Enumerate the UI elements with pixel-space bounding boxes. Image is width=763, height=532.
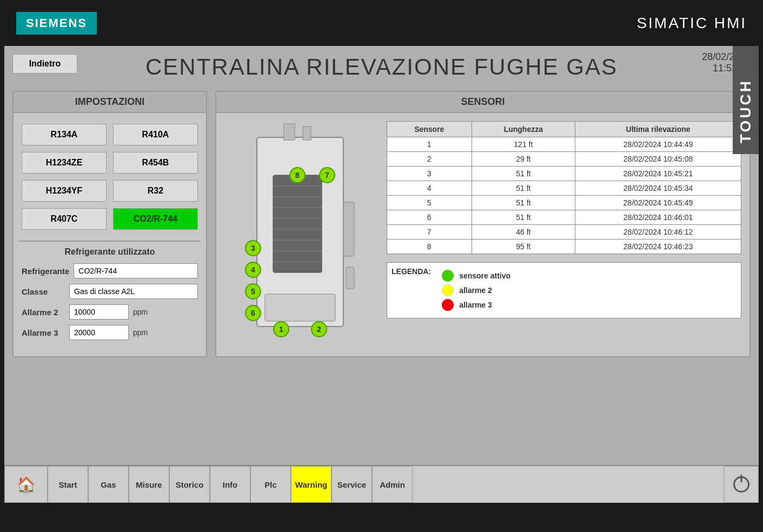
nav-start[interactable]: Start xyxy=(48,466,88,503)
nav-gas[interactable]: Gas xyxy=(88,466,129,503)
legenda-row-green: sensore attivo xyxy=(442,270,510,282)
gas-btn-r32[interactable]: R32 xyxy=(113,180,198,202)
allarme3-input[interactable] xyxy=(69,325,129,340)
refrigerante-input[interactable] xyxy=(74,263,198,278)
allarme3-label: Allarme 3 xyxy=(22,328,65,337)
sensor-id: 1 xyxy=(387,137,472,152)
hmi-title: SIMATIC HMI xyxy=(636,15,747,32)
sensor-dot-3[interactable]: 3 xyxy=(245,240,261,256)
sensor-id: 8 xyxy=(387,240,472,254)
gas-btn-co2r744[interactable]: CO2/R-744 xyxy=(113,208,198,230)
legenda-dot-green xyxy=(442,270,454,282)
sensor-length: 51 ft xyxy=(472,167,575,181)
legenda-title: LEGENDA: xyxy=(392,267,431,276)
sensor-id: 5 xyxy=(387,196,472,210)
sensor-time: 28/02/2024 10:45:49 xyxy=(575,196,741,210)
classe-row: Classe xyxy=(22,284,198,299)
gas-buttons-grid: R134A R410A H1234ZE R454B H1234YF R32 R4… xyxy=(14,113,206,241)
sensor-dot-4[interactable]: 4 xyxy=(245,262,261,278)
gas-btn-h1234yf[interactable]: H1234YF xyxy=(22,180,107,202)
classe-label: Classe xyxy=(22,287,65,296)
top-header: SIEMENS SIMATIC HMI xyxy=(0,0,763,46)
sensor-dot-8[interactable]: 8 xyxy=(289,167,306,183)
sensor-id: 7 xyxy=(387,225,472,240)
sensor-table-area: Sensore Lunghezza Ultima rilevazione 1 1… xyxy=(387,121,741,348)
power-icon xyxy=(733,476,749,493)
classe-input[interactable] xyxy=(69,284,198,299)
page-title: CENTRALINA RILEVAZIONE FUGHE GAS xyxy=(88,54,675,80)
col-lunghezza: Lunghezza xyxy=(472,122,575,137)
allarme2-label: Allarme 2 xyxy=(22,308,65,317)
table-row: 4 51 ft 28/02/2024 10:45:34 xyxy=(387,181,741,196)
sensor-time: 28/02/2024 10:46:01 xyxy=(575,210,741,225)
nav-power[interactable] xyxy=(724,466,759,503)
svg-rect-13 xyxy=(343,202,354,256)
page-title-area: Indietro CENTRALINA RILEVAZIONE FUGHE GA… xyxy=(12,51,751,80)
sensor-tbody: 1 121 ft 28/02/2024 10:44:49 2 29 ft 28/… xyxy=(387,137,741,254)
sensor-dot-2[interactable]: 2 xyxy=(311,321,327,337)
sensor-id: 2 xyxy=(387,152,472,167)
main-area: TOUCH Indietro CENTRALINA RILEVAZIONE FU… xyxy=(4,46,759,503)
col-ultima-rilevazione: Ultima rilevazione xyxy=(575,122,741,137)
left-panel: IMPOSTAZIONI R134A R410A H1234ZE R454B H… xyxy=(12,91,207,357)
sensor-dot-5[interactable]: 5 xyxy=(245,283,261,300)
legenda-row-red: allarme 3 xyxy=(442,299,510,311)
gas-btn-r410a[interactable]: R410A xyxy=(113,124,198,145)
svg-rect-12 xyxy=(265,294,335,321)
sensor-dot-6[interactable]: 6 xyxy=(245,305,261,321)
nav-storico[interactable]: Storico xyxy=(169,466,210,503)
nav-warning[interactable]: Warning xyxy=(291,466,331,503)
legenda-row-yellow: allarme 2 xyxy=(442,284,510,296)
nav-plc[interactable]: Plc xyxy=(250,466,291,503)
nav-home[interactable]: 🏠 xyxy=(4,466,48,503)
table-row: 8 95 ft 28/02/2024 10:46:23 xyxy=(387,240,741,254)
gas-btn-r454b[interactable]: R454B xyxy=(113,152,198,174)
svg-rect-14 xyxy=(346,267,354,289)
machine-image-area: 3 4 5 6 1 2 7 8 xyxy=(224,121,376,348)
touch-label: TOUCH xyxy=(733,46,759,154)
table-row: 7 46 ft 28/02/2024 10:46:12 xyxy=(387,225,741,240)
bottom-nav: 🏠 Start Gas Misure Storico Info Plc Warn… xyxy=(4,465,759,503)
refrigerante-label: Refrigerante xyxy=(22,267,69,276)
refrigerante-header: Refrigerante utilizzato xyxy=(22,247,198,257)
refrigerante-row: Refrigerante xyxy=(22,263,198,278)
siemens-logo: SIEMENS xyxy=(16,12,97,35)
svg-rect-10 xyxy=(284,124,295,140)
sensor-length: 95 ft xyxy=(472,240,575,254)
nav-misure[interactable]: Misure xyxy=(129,466,169,503)
refrigerante-section: Refrigerante utilizzato Refrigerante Cla… xyxy=(14,242,206,351)
nav-service[interactable]: Service xyxy=(331,466,372,503)
sensor-time: 28/02/2024 10:46:23 xyxy=(575,240,741,254)
allarme2-input[interactable] xyxy=(69,304,129,320)
back-button[interactable]: Indietro xyxy=(12,54,77,74)
sensor-time: 28/02/2024 10:45:21 xyxy=(575,167,741,181)
sensor-dot-7[interactable]: 7 xyxy=(319,167,335,183)
sensor-id: 4 xyxy=(387,181,472,196)
legenda-dot-yellow xyxy=(442,284,454,296)
sensori-content: 3 4 5 6 1 2 7 8 Sensore Lunghez xyxy=(216,113,749,356)
table-row: 1 121 ft 28/02/2024 10:44:49 xyxy=(387,137,741,152)
sensor-time: 28/02/2024 10:46:12 xyxy=(575,225,741,240)
svg-rect-1 xyxy=(273,175,322,272)
legenda-label-green: sensore attivo xyxy=(459,271,510,280)
nav-admin[interactable]: Admin xyxy=(372,466,413,503)
sensor-time: 28/02/2024 10:45:08 xyxy=(575,152,741,167)
sensor-length: 46 ft xyxy=(472,225,575,240)
sensor-time: 28/02/2024 10:45:34 xyxy=(575,181,741,196)
gas-btn-r134a[interactable]: R134A xyxy=(22,124,107,145)
table-row: 5 51 ft 28/02/2024 10:45:49 xyxy=(387,196,741,210)
sensor-id: 3 xyxy=(387,167,472,181)
allarme3-row: Allarme 3 ppm xyxy=(22,325,198,340)
sensor-dot-1[interactable]: 1 xyxy=(273,321,289,337)
legenda-label-red: allarme 3 xyxy=(459,301,492,309)
sensori-header: SENSORI xyxy=(216,92,749,113)
col-sensore: Sensore xyxy=(387,122,472,137)
gas-btn-r407c[interactable]: R407C xyxy=(22,208,107,230)
home-icon: 🏠 xyxy=(17,476,36,494)
content-columns: IMPOSTAZIONI R134A R410A H1234ZE R454B H… xyxy=(12,91,751,357)
sensor-length: 51 ft xyxy=(472,210,575,225)
sensor-length: 29 ft xyxy=(472,152,575,167)
gas-btn-h1234ze[interactable]: H1234ZE xyxy=(22,152,107,174)
svg-rect-11 xyxy=(303,127,311,140)
nav-info[interactable]: Info xyxy=(210,466,250,503)
